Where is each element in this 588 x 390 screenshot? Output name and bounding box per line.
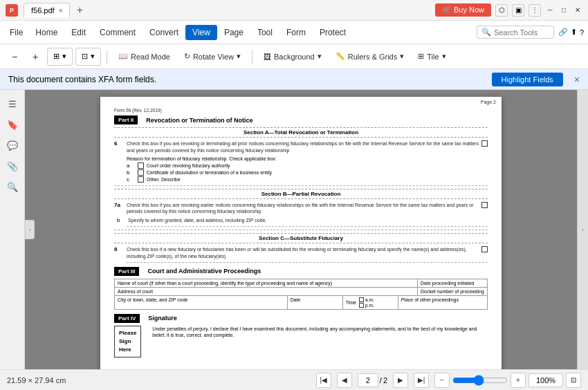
view-layout-dropdown[interactable]: ⊞ ▾ bbox=[47, 48, 73, 66]
rulers-icon: 📏 bbox=[336, 52, 345, 61]
rotate-view-button[interactable]: ↻ Rotate View ▾ bbox=[178, 48, 246, 66]
please-sign-box: Please Sign Here bbox=[114, 326, 141, 358]
part2-title: Revocation or Termination of Notice bbox=[146, 117, 252, 124]
status-bar: 21.59 × 27.94 cm |◀ ◀ / 2 ▶ ▶| − + ⊡ bbox=[0, 369, 588, 390]
menu-edit[interactable]: Edit bbox=[64, 25, 93, 40]
tile-icon: ⊞ bbox=[418, 52, 424, 61]
marquee-dropdown[interactable]: ⊡ ▾ bbox=[75, 48, 101, 66]
row7a-num: 7a bbox=[114, 202, 124, 208]
cb-c[interactable] bbox=[138, 176, 144, 183]
zoom-value-input[interactable] bbox=[529, 373, 563, 387]
left-panel-toggle[interactable]: › bbox=[25, 220, 35, 239]
rulers-label: Rulers & Grids bbox=[348, 53, 398, 61]
separator-1 bbox=[114, 185, 488, 186]
rotate-label: Rotate View bbox=[193, 53, 234, 61]
row7a-checkbox[interactable] bbox=[481, 202, 488, 208]
menu-file[interactable]: File bbox=[4, 25, 28, 40]
separator-7b bbox=[127, 226, 488, 227]
buy-now-button[interactable]: 🛒 Buy Now bbox=[435, 3, 491, 17]
search-tools-input[interactable] bbox=[494, 28, 549, 37]
menu-home[interactable]: Home bbox=[28, 25, 64, 40]
am-checkbox[interactable] bbox=[359, 297, 364, 302]
titlebar-menu-icon[interactable]: ⋮ bbox=[529, 4, 541, 17]
row6-text: Check this box if you are revoking or te… bbox=[127, 140, 479, 154]
help-icon[interactable]: ? bbox=[580, 28, 584, 37]
section-c-title: Section C—Substitute Fiduciary bbox=[114, 233, 488, 243]
fit-page-button[interactable]: ⊡ bbox=[566, 373, 581, 388]
window-close-button[interactable]: ✕ bbox=[573, 6, 582, 15]
zoom-out-button[interactable]: − bbox=[6, 48, 24, 66]
cb-row-a: a Court order revoking fiduciary authori… bbox=[114, 162, 488, 169]
titlebar-icon-2[interactable]: ▣ bbox=[512, 4, 524, 17]
rulers-button[interactable]: 📏 Rulers & Grids ▾ bbox=[330, 48, 410, 66]
maximize-button[interactable]: □ bbox=[559, 6, 569, 15]
pm-checkbox[interactable] bbox=[359, 303, 364, 308]
option-a-text: Court order revoking fiduciary authority bbox=[147, 163, 230, 168]
active-tab[interactable]: f56.pdf × bbox=[24, 3, 70, 17]
rulers-arrow: ▾ bbox=[400, 52, 404, 61]
part3-title: Court and Administrative Proceedings bbox=[147, 268, 261, 275]
toolbar-separator-2 bbox=[252, 50, 252, 64]
sidebar-nav-icon[interactable]: ☰ bbox=[4, 95, 21, 112]
sidebar-attachment-icon[interactable]: 📎 bbox=[4, 158, 21, 174]
minimize-button[interactable]: ─ bbox=[545, 6, 555, 15]
option-c-text: Other. Describe bbox=[147, 177, 181, 182]
menu-form[interactable]: Form bbox=[279, 25, 313, 40]
zoom-in-status-button[interactable]: + bbox=[511, 373, 526, 388]
go-first-page-button[interactable]: |◀ bbox=[316, 373, 331, 388]
go-last-page-button[interactable]: ▶| bbox=[414, 373, 429, 388]
option-b-text: Certificate of dissolution or terminatio… bbox=[147, 170, 272, 175]
menu-tool[interactable]: Tool bbox=[250, 25, 279, 40]
part3-table: Name of court (if other than a court pro… bbox=[114, 279, 488, 310]
highlight-fields-button[interactable]: Highlight Fields bbox=[492, 73, 563, 86]
row6-num: 6 bbox=[114, 140, 124, 147]
sidebar-comment-icon[interactable]: 💬 bbox=[4, 137, 21, 154]
cb-a[interactable] bbox=[138, 162, 144, 169]
zoom-in-button[interactable]: + bbox=[26, 48, 44, 66]
zoom-controls: − + ⊡ bbox=[434, 373, 581, 388]
background-icon: 🖼 bbox=[264, 53, 271, 61]
tab-close-button[interactable]: × bbox=[59, 7, 63, 15]
read-mode-button[interactable]: 📖 Read Mode bbox=[113, 48, 176, 66]
cb-row-c: c Other. Describe bbox=[114, 176, 488, 183]
rotate-arrow: ▾ bbox=[237, 52, 241, 61]
part2-header-row: Part II Revocation or Termination of Not… bbox=[114, 115, 488, 124]
menu-convert[interactable]: Convert bbox=[143, 25, 185, 40]
background-button[interactable]: 🖼 Background ▾ bbox=[258, 48, 327, 66]
cb-b[interactable] bbox=[138, 169, 144, 176]
rotate-icon: ↻ bbox=[184, 52, 190, 61]
pm-label: p.m. bbox=[365, 303, 374, 308]
notification-text: This document contains XFA form fields. bbox=[8, 75, 156, 84]
expand-icon[interactable]: ⬆ bbox=[571, 28, 577, 37]
row7b-text: Specify to whom granted, date, and addre… bbox=[128, 217, 488, 224]
view-layout-icon: ⊞ bbox=[53, 52, 59, 61]
menu-page[interactable]: Page bbox=[217, 25, 250, 40]
separator-2 bbox=[114, 230, 488, 230]
menu-comment[interactable]: Comment bbox=[93, 25, 143, 40]
tile-button[interactable]: ⊞ Tile ▾ bbox=[412, 48, 451, 66]
external-link-icon[interactable]: 🔗 bbox=[558, 28, 568, 37]
cell-date: Date bbox=[288, 296, 343, 309]
tab-filename: f56.pdf bbox=[31, 6, 55, 15]
app-logo: P bbox=[6, 4, 18, 17]
zoom-slider[interactable] bbox=[452, 375, 508, 386]
zoom-out-status-button[interactable]: − bbox=[434, 373, 450, 388]
menu-protect[interactable]: Protect bbox=[313, 25, 353, 40]
go-prev-page-button[interactable]: ◀ bbox=[337, 373, 352, 388]
right-panel-toggle[interactable]: ‹ bbox=[577, 90, 588, 369]
sidebar-search-icon[interactable]: 🔍 bbox=[4, 178, 21, 195]
reason-label: Reason for termination of fiduciary rela… bbox=[114, 156, 488, 161]
row8-checkbox[interactable] bbox=[481, 246, 488, 252]
please-sign-text: Please Sign Here bbox=[119, 330, 136, 353]
new-tab-button[interactable]: + bbox=[73, 3, 86, 17]
menu-view[interactable]: View bbox=[185, 25, 217, 40]
notification-close-button[interactable]: × bbox=[574, 74, 580, 85]
document-area: Form 56 (Rev. 12-2019) Page 2 Part II Re… bbox=[25, 90, 577, 369]
am-label: a.m. bbox=[365, 297, 374, 302]
row6-checkbox[interactable] bbox=[481, 140, 488, 147]
titlebar-icon-1[interactable]: ⬡ bbox=[495, 4, 508, 17]
go-next-page-button[interactable]: ▶ bbox=[393, 373, 408, 388]
current-page-input[interactable] bbox=[358, 373, 378, 387]
separator-8 bbox=[127, 262, 488, 263]
sidebar-bookmark-icon[interactable]: 🔖 bbox=[4, 116, 21, 133]
